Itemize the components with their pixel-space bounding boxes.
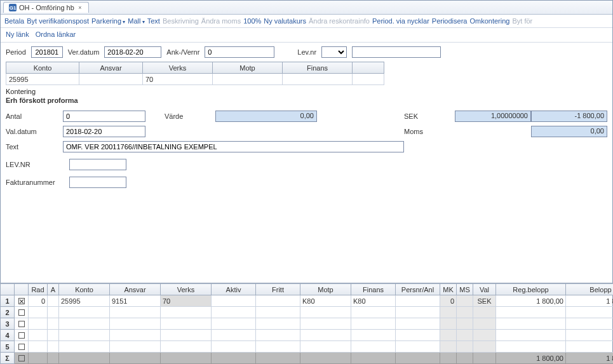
cell-motp[interactable]: K80 — [300, 295, 351, 307]
cmd-parkering[interactable]: Parkering — [91, 17, 125, 25]
cell-ansvar[interactable]: 9151 — [110, 295, 161, 307]
dimension-header-table: Konto Ansvar Verks Motp Finans 25995 70 — [6, 62, 384, 85]
kontering-desc: Erh förskott proforma — [6, 97, 607, 104]
cmd-period-via-nycklar[interactable]: Period. via nycklar — [372, 17, 429, 25]
hdr-persnr[interactable]: Persnr/Anl — [396, 284, 440, 295]
cell-regbelopp[interactable]: 1 800,00 — [496, 295, 566, 307]
moms-label: Moms — [404, 128, 455, 135]
cell-rad[interactable]: 0 — [29, 295, 48, 307]
cmd-100[interactable]: 100% — [243, 17, 261, 25]
hdr-ansvar[interactable]: Ansvar — [110, 284, 161, 295]
tab-bar: G1 OH - Omföring hb × — [1, 1, 612, 15]
cmd-periodisera[interactable]: Periodisera — [432, 17, 468, 25]
cmd-beskrivning: Beskrivning — [163, 17, 199, 25]
levnr-input[interactable] — [352, 46, 441, 58]
row-num[interactable]: 5 — [1, 341, 15, 353]
app-icon: G1 — [9, 4, 17, 11]
hdr-konto[interactable]: Konto — [59, 284, 110, 295]
hdr-fritt[interactable]: Fritt — [256, 284, 300, 295]
period-input[interactable] — [31, 46, 63, 58]
cmd-betala[interactable]: Betala — [4, 17, 24, 25]
table-row[interactable]: 5 — [1, 341, 614, 353]
row-num[interactable]: 1 — [1, 295, 15, 307]
table-row[interactable]: 3 — [1, 318, 614, 330]
sek-label: SEK — [404, 112, 455, 120]
hdr-verks[interactable]: Verks — [161, 284, 212, 295]
cell-ansvar[interactable] — [79, 74, 143, 85]
text-label: Text — [6, 143, 63, 151]
row-check-icon[interactable] — [18, 344, 25, 350]
row-check-icon[interactable] — [18, 332, 25, 339]
sub-toolbar: Ny länk Ordna länkar — [1, 28, 612, 43]
antal-label: Antal — [6, 112, 63, 120]
dimension-row[interactable]: 25995 70 — [6, 74, 384, 85]
cell-verks[interactable]: 70 — [143, 74, 213, 85]
cmd-ny-lank[interactable]: Ny länk — [6, 30, 29, 38]
cell-verks[interactable]: 70 — [161, 295, 212, 307]
cmd-byt-for: Byt för — [512, 17, 532, 25]
col-finans[interactable]: Finans — [283, 62, 353, 74]
cmd-andra-moms: Ändra moms — [201, 17, 241, 25]
cmd-text[interactable]: Text — [147, 17, 160, 25]
cell-konto[interactable]: 25995 — [59, 295, 110, 307]
tab-active[interactable]: G1 OH - Omföring hb × — [3, 2, 89, 13]
table-row[interactable]: 2 — [1, 307, 614, 318]
levnr-select[interactable] — [321, 46, 347, 58]
sum-regbelopp: 1 800,00 — [496, 353, 566, 364]
header-form: Period Ver.datum Ank-/Vernr Lev.nr — [1, 43, 612, 62]
hdr-belopp[interactable]: Belopp — [566, 284, 614, 295]
valdatum-label: Val.datum — [6, 128, 63, 135]
table-row[interactable]: 1 0 25995 9151 70 K80 K80 0 SEK 1 800,00… — [1, 295, 614, 307]
row-num[interactable]: 2 — [1, 307, 15, 318]
hdr-val[interactable]: Val — [473, 284, 496, 295]
cell-belopp[interactable]: 1 800,00 — [566, 295, 614, 307]
period-label: Period — [6, 48, 26, 56]
cmd-mall[interactable]: Mall — [128, 17, 144, 25]
table-row[interactable]: 4 — [1, 330, 614, 341]
hdr-rad[interactable]: Rad — [29, 284, 48, 295]
hdr-aktiv[interactable]: Aktiv — [212, 284, 256, 295]
row-check-icon[interactable] — [18, 309, 25, 316]
hdr-motp[interactable]: Motp — [300, 284, 351, 295]
ankvemr-input[interactable] — [205, 46, 274, 58]
verdatum-input[interactable] — [104, 46, 161, 58]
valdatum-input[interactable] — [63, 126, 145, 137]
cell-konto[interactable]: 25995 — [6, 74, 79, 85]
cell-finans[interactable]: K80 — [351, 295, 396, 307]
hdr-a[interactable]: A — [48, 284, 59, 295]
hdr-regbelopp[interactable]: Reg.belopp — [496, 284, 566, 295]
row-num[interactable]: 4 — [1, 330, 15, 341]
kontering-section: Kontering Erh förskott proforma — [1, 85, 612, 107]
text-input[interactable] — [63, 141, 404, 152]
cell-finans[interactable] — [283, 74, 353, 85]
col-motp[interactable]: Motp — [213, 62, 283, 74]
sum-check-icon — [18, 355, 25, 361]
col-verks[interactable]: Verks — [143, 62, 213, 74]
col-konto[interactable]: Konto — [6, 62, 79, 74]
row-check-icon[interactable] — [18, 321, 25, 327]
cmd-ny-valutakurs[interactable]: Ny valutakurs — [264, 17, 306, 25]
grid-header: Rad A Konto Ansvar Verks Aktiv Fritt Mot… — [1, 284, 614, 295]
cmd-byt-verifikationspost[interactable]: Byt verifikationspost — [27, 17, 89, 25]
cmd-andra-reskontrainfo: Ändra reskontrainfo — [309, 17, 370, 25]
cell-mk[interactable]: 0 — [440, 295, 457, 307]
cell-val[interactable]: SEK — [473, 295, 496, 307]
hdr-mk[interactable]: MK — [440, 284, 457, 295]
sek-rate: 1,00000000 — [455, 111, 531, 122]
hdr-finans[interactable]: Finans — [351, 284, 396, 295]
hdr-ms[interactable]: MS — [457, 284, 473, 295]
col-ansvar[interactable]: Ansvar — [79, 62, 143, 74]
faktnr-label: Fakturanummer — [6, 179, 69, 186]
close-icon[interactable]: × — [77, 4, 83, 11]
cmd-omkontering[interactable]: Omkontering — [469, 17, 509, 25]
faktnr-input[interactable] — [69, 177, 126, 188]
row-check-icon[interactable] — [18, 298, 25, 304]
row-num[interactable]: 3 — [1, 318, 15, 330]
moms-value: 0,00 — [531, 126, 607, 137]
antal-input[interactable] — [63, 111, 145, 122]
sum-icon: Σ — [1, 353, 15, 364]
levnr2-input[interactable] — [69, 159, 126, 170]
cmd-ordna-lankar[interactable]: Ordna länkar — [36, 30, 76, 38]
cell-motp[interactable] — [213, 74, 283, 85]
sum-row: Σ 1 800,00 1 800,00 — [1, 353, 614, 364]
